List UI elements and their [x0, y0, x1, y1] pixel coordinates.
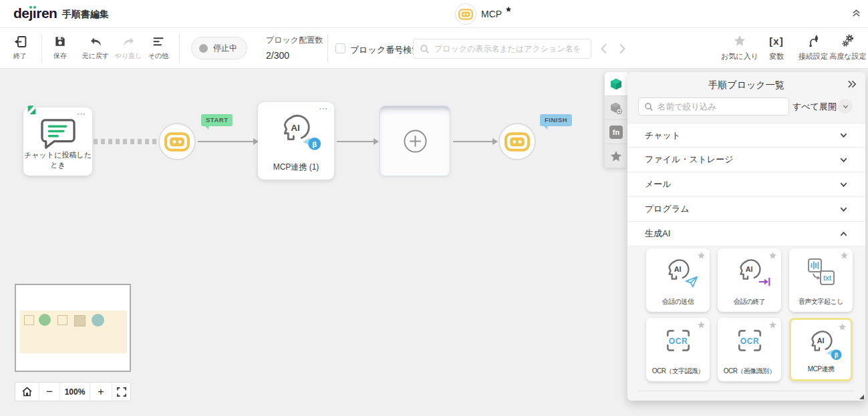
start-node[interactable] [158, 123, 196, 160]
block-menu-button[interactable]: ⋯ [319, 103, 328, 114]
block-search-box [413, 39, 591, 59]
category-mail[interactable]: メール [627, 172, 865, 197]
finish-node[interactable] [498, 123, 536, 160]
tab-blocks[interactable] [605, 72, 627, 96]
minimap-node [92, 314, 104, 327]
category-chat[interactable]: チャット [627, 123, 865, 148]
zoom-out-button[interactable]: − [39, 383, 59, 401]
favorite-star-icon[interactable] [505, 6, 512, 13]
dejiren-logo[interactable]: deȷıren [13, 5, 57, 21]
fit-screen-button[interactable] [112, 383, 130, 401]
robot-icon [504, 132, 530, 152]
category-generative-ai[interactable]: 生成AI [627, 222, 865, 246]
mcp-block[interactable]: ⋯ AI β MCP連携 (1) [258, 102, 334, 180]
block-card-ocr-image[interactable]: OCR OCR（画像識別） [718, 318, 781, 381]
variables-icon: [x] [757, 33, 796, 48]
svg-text:AI: AI [745, 265, 752, 273]
tab-add-blocks[interactable] [605, 96, 627, 120]
favorites-star-icon [720, 33, 759, 48]
cube-icon [609, 77, 623, 91]
block-search-input[interactable] [434, 44, 581, 53]
more-lines-icon [142, 33, 174, 49]
redo-button[interactable]: やり直し [112, 33, 144, 61]
minimap-block [74, 315, 86, 327]
panel-resize-handle[interactable] [859, 395, 864, 399]
speech-to-text-icon: txt [807, 258, 835, 286]
connection-settings-button[interactable]: 接続設定 [794, 33, 833, 61]
toolbar-divider [41, 34, 42, 63]
robot-icon [458, 9, 473, 20]
category-file-storage[interactable]: ファイル・ストレージ [627, 148, 865, 172]
save-button[interactable]: 保存 [44, 33, 76, 61]
robot-icon [164, 132, 190, 152]
mcp-block-label: MCP連携 (1) [258, 162, 334, 173]
minimap-block [57, 315, 67, 325]
ocr-icon: OCR [736, 327, 764, 354]
connector-arrow [337, 141, 374, 142]
status-toggle[interactable]: 停止中 [191, 37, 247, 59]
svg-text:AI: AI [817, 337, 824, 345]
history-forward-icon[interactable] [617, 43, 627, 55]
block-card-ocr-text[interactable]: OCR OCR（文字認識） [646, 318, 710, 381]
sidebar-tabstrip: fn [605, 72, 627, 168]
minimap[interactable] [15, 284, 131, 372]
block-number-search-checkbox[interactable] [335, 43, 345, 53]
tab-functions[interactable]: fn [605, 120, 627, 144]
zoom-level: 100% [59, 383, 90, 401]
zoom-home-button[interactable] [15, 383, 39, 401]
fn-icon: fn [609, 126, 623, 139]
collapse-panel-icon[interactable] [847, 79, 857, 89]
block-card-mcp[interactable]: AI β MCP連携 [789, 318, 853, 381]
workflow-editor: deȷıren 手順書編集 MCP [0, 0, 868, 416]
panel-divider [638, 391, 855, 391]
block-count-value: 2/300 [266, 50, 323, 61]
category-program[interactable]: プログラム [627, 197, 865, 222]
chevron-down-icon [842, 103, 849, 110]
expand-all-chevron[interactable] [838, 99, 853, 114]
zoom-in-button[interactable]: + [90, 383, 112, 401]
trigger-block-label: チャットに投稿したとき [23, 150, 92, 170]
connector-arrow [453, 141, 493, 142]
save-icon [44, 33, 76, 49]
redo-icon [112, 33, 144, 49]
panel-title: 手順ブロック一覧 [627, 79, 865, 91]
search-icon [644, 102, 654, 112]
expand-all-button[interactable]: すべて展開 [792, 101, 837, 113]
arrow-to-bar-icon [758, 275, 771, 288]
block-list-panel: 手順ブロック一覧 すべて展開 チャット ファイル・ストレージ メール [627, 72, 865, 401]
block-card-end-conversation[interactable]: AI 会話の終了 [718, 248, 781, 312]
block-card-send-conversation[interactable]: AI 会話の送信 [646, 248, 710, 312]
collapse-header-icon[interactable] [851, 8, 861, 18]
beta-badge-icon: β [826, 347, 843, 361]
exit-button[interactable]: 終了 [4, 33, 36, 61]
workflow-avatar[interactable] [455, 3, 476, 25]
block-menu-button[interactable]: ⋯ [77, 109, 86, 119]
more-button[interactable]: その他 [142, 33, 174, 61]
chevron-down-icon [839, 156, 848, 164]
fullscreen-icon [117, 387, 126, 397]
tab-favorites[interactable] [605, 144, 627, 168]
exit-icon [4, 33, 36, 49]
status-dot [199, 44, 208, 53]
star-icon [609, 150, 623, 163]
chat-bubble-icon [39, 117, 78, 150]
cube-plus-icon [609, 101, 623, 115]
add-block-placeholder[interactable] [380, 106, 450, 176]
favorites-button[interactable]: お気に入り [720, 33, 759, 61]
editor-toolbar: 終了 保存 元に戻す [0, 28, 868, 69]
send-plane-icon [684, 274, 699, 289]
variables-button[interactable]: [x] 変数 [757, 33, 796, 61]
block-count: ブロック配置数 2/300 [266, 35, 323, 61]
connection-icon [794, 33, 833, 48]
trigger-block-chat-posted[interactable]: ⋯ チャットに投稿したとき [23, 108, 92, 176]
minimap-node [39, 314, 51, 326]
block-number-search-label: ブロック番号検索 [350, 44, 420, 56]
block-card-speech-to-text[interactable]: txt 音声文字起こし [789, 248, 853, 312]
advanced-settings-button[interactable]: 高度な設定 [829, 33, 867, 61]
filter-input[interactable] [658, 102, 778, 112]
history-back-icon[interactable] [599, 43, 609, 55]
dejiren-badge-icon [26, 104, 38, 116]
search-icon [420, 44, 430, 54]
undo-button[interactable]: 元に戻す [80, 33, 112, 61]
minimap-block [24, 315, 34, 325]
